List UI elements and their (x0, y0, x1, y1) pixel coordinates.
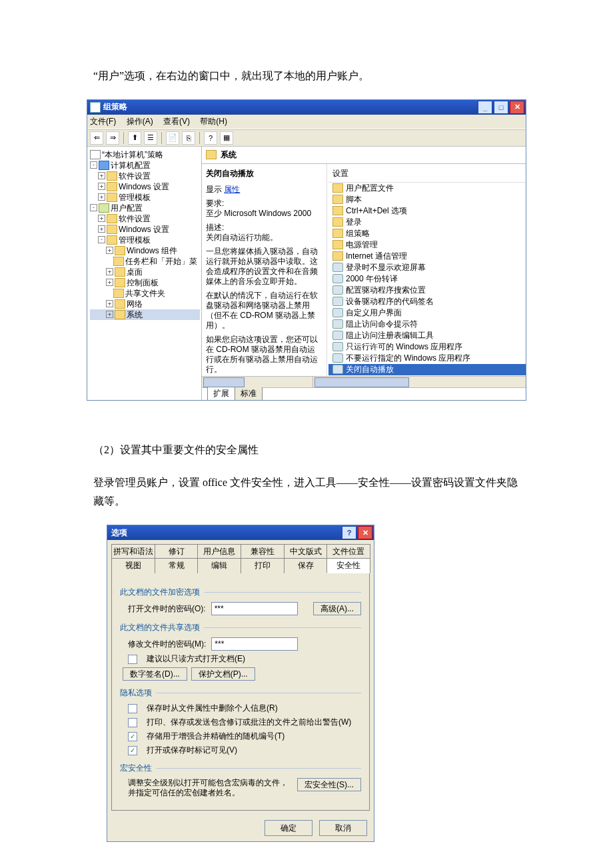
gp-description-pane: 关闭自动播放 显示 属性 要求:至少 Microsoft Windows 200… (202, 164, 327, 376)
policy-item[interactable]: 配置驱动程序搜索位置 (328, 285, 526, 296)
modify-password-input[interactable] (211, 637, 298, 651)
tab-常规[interactable]: 常规 (155, 558, 199, 573)
back-icon[interactable]: ⇐ (90, 131, 103, 145)
tab-拼写和语法[interactable]: 拼写和语法 (111, 544, 155, 559)
tab-用户信息[interactable]: 用户信息 (197, 544, 241, 559)
column-header-setting[interactable]: 设置 (328, 167, 526, 183)
opt-title: 选项 (111, 527, 340, 539)
properties-icon[interactable]: 📄 (166, 131, 179, 145)
priv3-label: 存储用于增强合并精确性的随机编号(T) (147, 731, 285, 742)
up-icon[interactable]: ⬆ (128, 131, 141, 145)
readonly-checkbox[interactable] (128, 655, 137, 664)
policy-item[interactable]: 自定义用户界面 (328, 307, 526, 319)
tab-打印[interactable]: 打印 (241, 558, 285, 573)
menu-help[interactable]: 帮助(H) (200, 117, 227, 126)
tree-user[interactable]: 用户配置 (111, 203, 143, 213)
policy-item-label: Ctrl+Alt+Del 选项 (346, 205, 407, 217)
protect-document-button[interactable]: 保护文档(P)... (191, 667, 255, 681)
menu-action[interactable]: 操作(A) (127, 117, 153, 126)
tree-u-desktop[interactable]: 桌面 (127, 267, 143, 277)
policy-item[interactable]: 不要运行指定的 Windows 应用程序 (328, 353, 526, 364)
digital-signature-button[interactable]: 数字签名(D)... (123, 667, 187, 681)
tab-中文版式[interactable]: 中文版式 (284, 544, 328, 559)
advanced-button[interactable]: 高级(A)... (313, 602, 361, 615)
show-tree-icon[interactable]: ☰ (144, 131, 157, 145)
modify-password-label: 修改文件时的密码(M): (128, 639, 206, 650)
tree-u-share[interactable]: 共享文件夹 (125, 288, 165, 299)
policy-icon (332, 319, 343, 329)
policy-item[interactable]: 登录时不显示欢迎屏幕 (328, 262, 526, 273)
tree-c-soft[interactable]: 软件设置 (119, 171, 151, 181)
tree-computer[interactable]: 计算机配置 (111, 160, 151, 171)
tab-保存[interactable]: 保存 (284, 558, 328, 573)
policy-item[interactable]: 阻止访问注册表编辑工具 (328, 330, 526, 341)
gp-toolbar: ⇐ ⇒ ⬆ ☰ 📄 ⎘ ? ▦ (87, 129, 526, 147)
policy-icon (90, 150, 101, 159)
tree-c-admin[interactable]: 管理模板 (119, 192, 151, 203)
close-button[interactable]: ✕ (358, 526, 372, 539)
priv2-checkbox[interactable] (128, 718, 137, 727)
tree-root[interactable]: “本地计算机”策略 (102, 149, 163, 160)
folder-icon (115, 267, 125, 277)
tree-u-win[interactable]: Windows 设置 (119, 224, 169, 235)
priv1-checkbox[interactable] (128, 704, 137, 713)
cancel-button[interactable]: 取消 (319, 820, 367, 836)
tab-安全性[interactable]: 安全性 (326, 558, 370, 573)
tab-编辑[interactable]: 编辑 (197, 558, 241, 573)
macro-security-button[interactable]: 宏安全性(S)... (297, 778, 361, 791)
help-button[interactable]: ? (342, 526, 356, 539)
ok-button[interactable]: 确定 (265, 820, 312, 836)
policy-item[interactable]: 2000 年份转译 (328, 273, 526, 285)
menu-view[interactable]: 查看(V) (163, 117, 190, 126)
menu-file[interactable]: 文件(F) (90, 117, 116, 126)
opt-titlebar[interactable]: 选项 ? ✕ (107, 525, 374, 540)
tree-u-net[interactable]: 网络 (127, 299, 143, 309)
tab-standard[interactable]: 标准 (235, 387, 263, 400)
tab-兼容性[interactable]: 兼容性 (241, 544, 285, 559)
export-icon[interactable]: ⎘ (182, 131, 195, 145)
policy-item[interactable]: 只运行许可的 Windows 应用程序 (328, 341, 526, 353)
tab-extended[interactable]: 扩展 (207, 387, 235, 400)
tab-视图[interactable]: 视图 (111, 558, 155, 573)
gp-tree[interactable]: “本地计算机”策略 -计算机配置 +软件设置 +Windows 设置 +管理模板… (87, 147, 202, 400)
priv3-checkbox[interactable] (128, 732, 137, 741)
policy-item-label: 电源管理 (346, 239, 378, 251)
properties-link[interactable]: 属性 (224, 185, 240, 194)
gp-policy-list[interactable]: 设置 用户配置文件脚本Ctrl+Alt+Del 选项登录组策略电源管理Inter… (327, 164, 526, 376)
policy-item[interactable]: 阻止访问命令提示符 (328, 319, 526, 330)
minimize-button[interactable]: _ (478, 101, 492, 114)
gp-titlebar[interactable]: 组策略 _ □ ✕ (87, 100, 526, 115)
open-password-input[interactable] (211, 602, 298, 615)
tab-修订[interactable]: 修订 (155, 544, 199, 559)
filter-icon[interactable]: ▦ (220, 131, 233, 145)
policy-item[interactable]: 脚本 (328, 194, 526, 205)
policy-item[interactable]: 设备驱动程序的代码签名 (328, 296, 526, 307)
folder-icon (332, 240, 343, 249)
folder-icon (107, 171, 117, 181)
forward-icon[interactable]: ⇒ (106, 131, 119, 145)
tab-文件位置[interactable]: 文件位置 (326, 544, 370, 559)
policy-item[interactable]: 组策略 (328, 228, 526, 239)
tree-u-soft[interactable]: 软件设置 (119, 213, 151, 224)
policy-item-label: 登录 (346, 217, 362, 228)
policy-item[interactable]: 关闭自动播放 (328, 364, 526, 375)
maximize-button[interactable]: □ (494, 101, 508, 114)
policy-item-label: 只运行许可的 Windows 应用程序 (346, 341, 462, 353)
policy-item[interactable]: 限制这些程序从帮助启动 (328, 375, 526, 376)
gp-scrollbar-bottom[interactable] (202, 376, 526, 387)
tree-c-win[interactable]: Windows 设置 (119, 181, 169, 192)
tree-u-ctrl[interactable]: 控制面板 (127, 277, 159, 288)
close-button[interactable]: ✕ (510, 101, 524, 114)
tree-u-taskbar[interactable]: 任务栏和「开始」菜 (125, 256, 197, 267)
help-icon[interactable]: ? (204, 131, 217, 145)
policy-item[interactable]: 电源管理 (328, 239, 526, 251)
tree-u-system[interactable]: 系统 (127, 309, 143, 320)
policy-item[interactable]: 用户配置文件 (328, 183, 526, 194)
tree-u-wincomp[interactable]: Windows 组件 (127, 245, 177, 256)
tree-u-admin[interactable]: 管理模板 (119, 235, 151, 245)
policy-item[interactable]: 登录 (328, 217, 526, 228)
policy-item[interactable]: Ctrl+Alt+Del 选项 (328, 205, 526, 217)
policy-item[interactable]: Internet 通信管理 (328, 251, 526, 262)
priv4-checkbox[interactable] (128, 746, 137, 755)
folder-icon (115, 246, 125, 255)
